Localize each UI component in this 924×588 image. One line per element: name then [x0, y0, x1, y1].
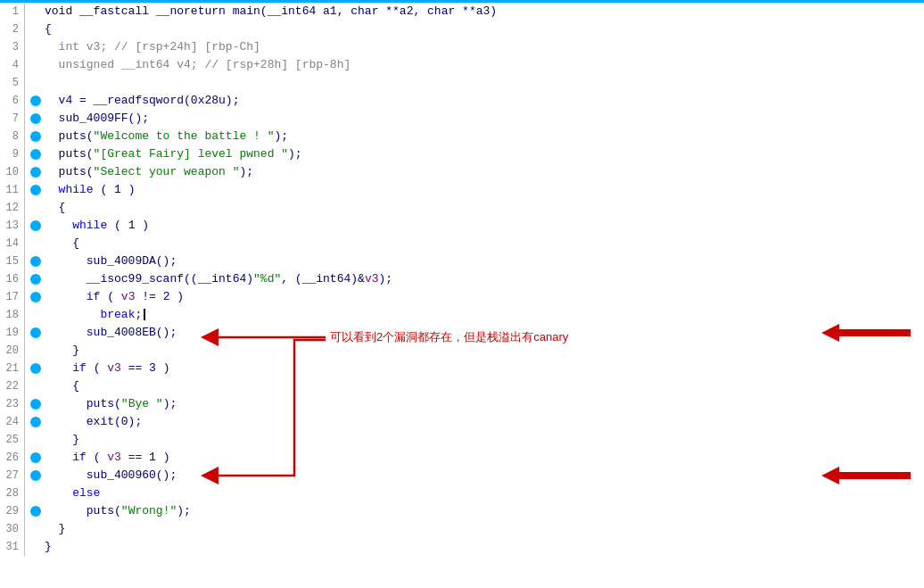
line-number: 6	[0, 92, 25, 110]
breakpoint-dot[interactable]	[30, 131, 41, 142]
code-line: 6 v4 = __readfsqword(0x28u);	[0, 92, 924, 110]
code-text: sub_4008EB();	[45, 324, 177, 342]
line-number: 25	[0, 431, 25, 449]
line-number: 23	[0, 395, 25, 413]
code-line: 22 {	[0, 377, 924, 395]
breakpoint-dot[interactable]	[30, 95, 41, 106]
code-line: 17 if ( v3 != 2 )	[0, 288, 924, 306]
code-text: sub_4009FF();	[45, 110, 149, 128]
code-line: 31}	[0, 538, 924, 556]
line-number: 31	[0, 538, 25, 556]
arrow-indicator	[821, 322, 924, 344]
breakpoint-dot[interactable]	[30, 256, 41, 267]
breakpoint-dot[interactable]	[30, 220, 41, 231]
code-text: }	[45, 431, 79, 449]
code-line: 16 __isoc99_scanf((__int64)"%d", (__int6…	[0, 270, 924, 288]
line-number: 1	[0, 3, 25, 21]
code-line: 18 break;	[0, 306, 924, 324]
code-text: sub_4009DA();	[45, 253, 177, 270]
code-line: 7 sub_4009FF();	[0, 110, 924, 128]
code-text: break;	[45, 306, 145, 324]
code-text: }	[45, 538, 52, 556]
line-number: 11	[0, 181, 25, 199]
code-line: 11 while ( 1 )	[0, 181, 924, 199]
code-text: {	[45, 377, 79, 395]
line-number: 14	[0, 235, 25, 253]
code-text: if ( v3 == 3 )	[45, 360, 169, 377]
code-text: unsigned __int64 v4; // [rsp+28h] [rbp-8…	[45, 56, 351, 74]
code-text: }	[45, 342, 79, 360]
line-number: 22	[0, 377, 25, 395]
code-line: 3 int v3; // [rsp+24h] [rbp-Ch]	[0, 38, 924, 56]
code-text: else	[45, 484, 100, 502]
breakpoint-dot[interactable]	[30, 327, 41, 338]
line-number: 21	[0, 360, 25, 377]
line-number: 19	[0, 324, 25, 342]
line-number: 24	[0, 413, 25, 431]
breakpoint-dot[interactable]	[30, 274, 41, 285]
code-container: 1void __fastcall __noreturn main(__int64…	[0, 3, 924, 556]
breakpoint-dot[interactable]	[30, 452, 41, 463]
breakpoint-dot[interactable]	[30, 399, 41, 410]
code-line: 28 else	[0, 484, 924, 502]
svg-marker-0	[821, 324, 911, 342]
line-number: 3	[0, 38, 25, 56]
line-number: 16	[0, 270, 25, 288]
code-line: 1void __fastcall __noreturn main(__int64…	[0, 3, 924, 21]
code-text: if ( v3 == 1 )	[45, 449, 169, 467]
breakpoint-dot[interactable]	[30, 149, 41, 160]
code-line: 12 {	[0, 199, 924, 217]
code-text: if ( v3 != 2 )	[45, 288, 184, 306]
line-number: 13	[0, 217, 25, 235]
line-number: 7	[0, 110, 25, 128]
code-line: 24 exit(0);	[0, 413, 924, 431]
code-line: 26 if ( v3 == 1 )	[0, 449, 924, 467]
code-text: }	[45, 520, 65, 538]
code-line: 8 puts("Welcome to the battle ! ");	[0, 128, 924, 145]
breakpoint-dot[interactable]	[30, 363, 41, 374]
line-number: 2	[0, 21, 25, 38]
annotation-text: 可以看到2个漏洞都存在，但是栈溢出有canary	[330, 328, 568, 346]
code-text: sub_400960();	[45, 467, 177, 484]
arrow-indicator	[821, 465, 924, 486]
code-line: 29 puts("Wrong!");	[0, 502, 924, 520]
code-text: puts("Welcome to the battle ! ");	[45, 128, 288, 145]
breakpoint-dot[interactable]	[30, 185, 41, 195]
line-number: 4	[0, 56, 25, 74]
code-text: void __fastcall __noreturn main(__int64 …	[45, 3, 497, 21]
code-line: 10 puts("Select your weapon ");	[0, 163, 924, 181]
line-number: 9	[0, 145, 25, 163]
code-text: exit(0);	[45, 413, 142, 431]
code-line: 30 }	[0, 520, 924, 538]
code-line: 14 {	[0, 235, 924, 253]
line-number: 5	[0, 74, 25, 92]
code-line: 9 puts("[Great Fairy] level pwned ");	[0, 145, 924, 163]
code-text: puts("Wrong!");	[45, 502, 191, 520]
line-number: 26	[0, 449, 25, 467]
code-text: {	[45, 21, 52, 38]
code-text: int v3; // [rsp+24h] [rbp-Ch]	[45, 38, 260, 56]
line-number: 8	[0, 128, 25, 145]
line-number: 12	[0, 199, 25, 217]
code-text: {	[45, 199, 65, 217]
breakpoint-dot[interactable]	[30, 113, 41, 124]
breakpoint-dot[interactable]	[30, 506, 41, 517]
code-text: {	[45, 235, 79, 253]
line-number: 17	[0, 288, 25, 306]
line-number: 28	[0, 484, 25, 502]
code-text: puts("Select your weapon ");	[45, 163, 253, 181]
breakpoint-dot[interactable]	[30, 470, 41, 481]
svg-marker-1	[821, 467, 911, 484]
code-text: v4 = __readfsqword(0x28u);	[45, 92, 239, 110]
breakpoint-dot[interactable]	[30, 292, 41, 302]
code-line: 13 while ( 1 )	[0, 217, 924, 235]
code-line: 25 }	[0, 431, 924, 449]
code-line: 21 if ( v3 == 3 )	[0, 360, 924, 377]
code-line: 5	[0, 74, 924, 92]
code-line: 2{	[0, 21, 924, 38]
breakpoint-dot[interactable]	[30, 167, 41, 178]
code-line: 15 sub_4009DA();	[0, 253, 924, 270]
code-text: __isoc99_scanf((__int64)"%d", (__int64)&…	[45, 270, 392, 288]
code-line: 27 sub_400960();	[0, 467, 924, 484]
breakpoint-dot[interactable]	[30, 417, 41, 427]
